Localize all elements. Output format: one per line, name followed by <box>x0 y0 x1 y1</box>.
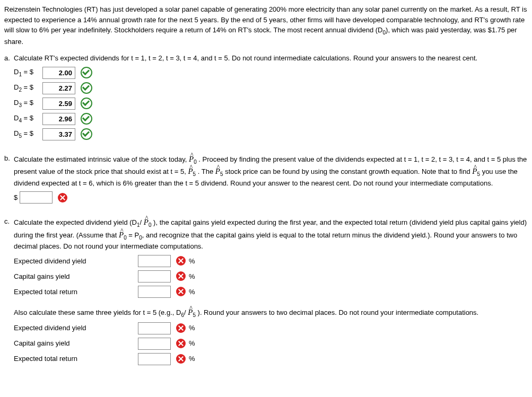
percent-label: % <box>189 256 195 267</box>
d3-label: D3 = $ <box>14 98 40 109</box>
question-letter-b: b. <box>4 153 14 164</box>
etr-year1-input[interactable] <box>138 286 171 298</box>
edy-t5-input[interactable] <box>138 322 171 334</box>
intrinsic-value-row: $ <box>14 191 528 204</box>
etr-t5-input[interactable] <box>138 353 171 365</box>
cgy-label: Capital gains yield <box>14 338 136 349</box>
cgy-label: Capital gains yield <box>14 271 136 282</box>
check-icon <box>81 113 92 125</box>
d4-row: D4 = $ <box>14 113 528 125</box>
d4-input[interactable] <box>42 113 75 125</box>
check-icon <box>81 82 92 94</box>
edy-year1-row: Expected dividend yield % <box>14 255 528 267</box>
question-c-also-prompt: Also calculate these same three yields f… <box>14 306 528 319</box>
edy-label: Expected dividend yield <box>14 323 136 333</box>
cross-icon <box>176 354 186 364</box>
check-icon <box>81 128 92 140</box>
percent-label: % <box>189 271 195 282</box>
d5-label: D5 = $ <box>14 128 40 140</box>
d3-input[interactable] <box>42 98 75 110</box>
edy-label: Expected dividend yield <box>14 256 136 267</box>
dollar-sign: $ <box>14 192 18 203</box>
cross-icon <box>176 287 186 296</box>
cross-icon <box>176 271 186 281</box>
p0-hat: P <box>144 218 149 226</box>
p0-hat: P <box>189 155 194 163</box>
edy-t5-row: Expected dividend yield % <box>14 322 528 334</box>
etr-t5-row: Expected total return % <box>14 353 528 365</box>
check-icon <box>81 98 92 109</box>
cgy-t5-input[interactable] <box>138 338 171 350</box>
p5-hat: P <box>215 167 220 175</box>
etr-year1-row: Expected total return % <box>14 286 528 298</box>
question-c-prompt: Calculate the expected dividend yield (D… <box>14 216 528 252</box>
check-icon <box>81 67 92 78</box>
question-letter-a: a. <box>4 53 14 64</box>
cross-icon <box>176 323 186 333</box>
cross-icon <box>176 256 186 266</box>
question-letter-c: c. <box>4 216 14 227</box>
question-c: c. Calculate the expected dividend yield… <box>4 216 528 368</box>
question-b-prompt: Calculate the estimated intrinsic value … <box>14 153 528 189</box>
etr-label: Expected total return <box>14 354 136 364</box>
question-b: b. Calculate the estimated intrinsic val… <box>4 153 528 207</box>
percent-label: % <box>189 354 195 364</box>
cgy-year1-input[interactable] <box>138 270 171 283</box>
cgy-t5-row: Capital gains yield % <box>14 338 528 350</box>
d2-input[interactable] <box>42 82 75 94</box>
d5-input[interactable] <box>42 128 75 140</box>
d5-row: D5 = $ <box>14 128 528 140</box>
percent-label: % <box>189 338 195 349</box>
p5-hat: P <box>472 167 477 175</box>
d4-label: D4 = $ <box>14 113 40 125</box>
question-a-prompt: Calculate RT's expected dividends for t … <box>14 53 528 64</box>
p5-hat: P <box>188 167 193 175</box>
d1-input[interactable] <box>42 67 75 79</box>
percent-label: % <box>189 287 195 297</box>
p5-hat: P <box>188 308 193 316</box>
p0-hat: P <box>119 231 124 239</box>
cross-icon <box>176 339 186 348</box>
d1-row: D1 = $ <box>14 67 528 79</box>
cross-icon <box>58 193 67 202</box>
d1-label: D1 = $ <box>14 67 40 78</box>
cgy-year1-row: Capital gains yield % <box>14 270 528 283</box>
intrinsic-value-input[interactable] <box>20 191 53 204</box>
d2-label: D2 = $ <box>14 82 40 94</box>
d2-row: D2 = $ <box>14 82 528 94</box>
question-a: a. Calculate RT's expected dividends for… <box>4 53 528 144</box>
d3-row: D3 = $ <box>14 98 528 110</box>
etr-label: Expected total return <box>14 287 136 297</box>
problem-intro: Reizenstein Technologies (RT) has just d… <box>4 4 528 47</box>
percent-label: % <box>189 323 195 333</box>
edy-year1-input[interactable] <box>138 255 171 267</box>
